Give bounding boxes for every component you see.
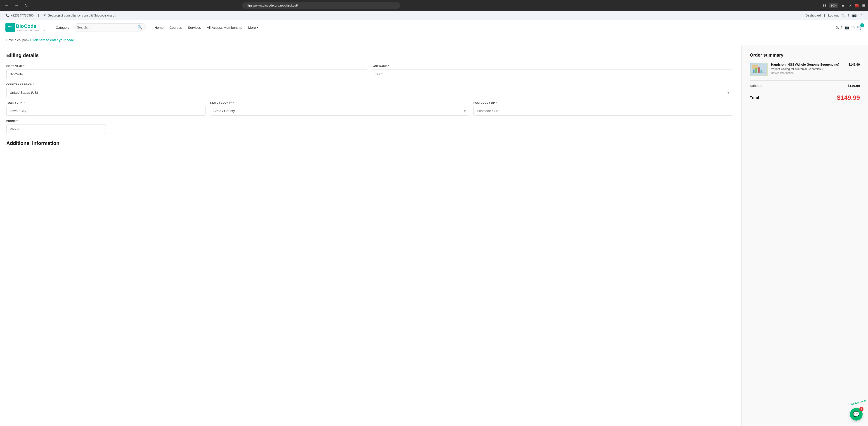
divider: |: [38, 13, 39, 17]
grid-icon: ⠿: [51, 25, 54, 29]
cart-icon-wrap[interactable]: 🛒 1: [857, 25, 863, 30]
state-select[interactable]: State / County Alabama California New Yo…: [210, 106, 469, 116]
subtotal-label: Subtotal: [750, 84, 762, 88]
billing-title: Billing details: [6, 53, 732, 58]
town-input[interactable]: [6, 106, 206, 116]
nav-membership[interactable]: All-Access Membership: [205, 24, 245, 31]
order-item-thumbnail: [750, 63, 768, 76]
last-name-group: LAST NAME *: [372, 65, 733, 79]
facebook-icon[interactable]: f: [848, 13, 849, 18]
bookmark-icon: ★: [841, 3, 844, 8]
first-name-input[interactable]: [6, 69, 367, 79]
phone-label: PHONE *: [6, 120, 106, 122]
email-link[interactable]: consult@biocode.org.uk: [82, 13, 116, 17]
chat-button[interactable]: 💬 1: [850, 408, 863, 421]
category-label: Category: [56, 26, 69, 29]
chevron-down-icon: ▾: [257, 25, 259, 29]
svg-rect-3: [8, 28, 12, 28]
svg-rect-1: [8, 26, 10, 27]
order-item-name: Hands-on: NGS (Whole Genome Sequencing): [771, 63, 845, 66]
nav-more[interactable]: More ▾: [246, 24, 261, 31]
category-button[interactable]: ⠿ Category: [51, 25, 69, 29]
more-label: More: [248, 26, 256, 29]
phone-number: +923147785980: [11, 13, 34, 17]
main-layout: Billing details FIRST NAME * LAST NAME *…: [0, 45, 868, 426]
cart-badge: 1: [860, 23, 864, 27]
svg-rect-9: [761, 70, 763, 73]
notes-icon: ☷: [823, 3, 826, 8]
phone-input[interactable]: [6, 124, 106, 134]
nav-links: Home Courses Services All-Access Members…: [152, 24, 261, 31]
total-value: $149.99: [837, 94, 860, 102]
email-label: Get project consultancy: [48, 13, 81, 17]
nav-home[interactable]: Home: [152, 24, 166, 31]
phone-icon: 📞: [5, 13, 9, 17]
order-total-row: Total $149.99: [750, 94, 860, 102]
search-icon[interactable]: 🔍: [137, 25, 143, 30]
order-total-divider: [750, 91, 860, 91]
back-button[interactable]: ←: [3, 2, 10, 9]
order-item-qty: x1: [822, 67, 825, 70]
svg-rect-6: [753, 69, 754, 73]
search-bar: 🔍: [73, 23, 146, 31]
logo-text: BioCode: [16, 23, 36, 29]
phone-group: PHONE *: [6, 120, 106, 134]
reload-button[interactable]: ↻: [23, 2, 30, 9]
twitter-icon[interactable]: 𝕏: [842, 13, 845, 18]
country-select-wrap: United States (US) United Kingdom (UK) P…: [6, 88, 732, 97]
email-icon: ✉: [43, 13, 46, 17]
svg-rect-2: [10, 27, 12, 27]
nav-linkedin-icon[interactable]: in: [851, 25, 855, 29]
top-bar: 📞 +923147785980 | ✉ Get project consulta…: [0, 11, 868, 20]
browser-right-icons: ☷ 80% ★ 🛡 🧰 ☰: [823, 3, 865, 8]
svg-rect-0: [7, 24, 13, 31]
billing-section: Billing details FIRST NAME * LAST NAME *…: [0, 45, 741, 426]
logo-icon: [5, 23, 15, 32]
forward-button[interactable]: →: [13, 2, 20, 9]
order-divider: [750, 80, 860, 81]
instagram-icon[interactable]: 📷: [852, 13, 857, 18]
nav-twitter-icon[interactable]: 𝕏: [836, 25, 839, 30]
nav-courses[interactable]: Courses: [167, 24, 184, 31]
order-item-subtitle-text: Variant Calling for Microbial Genomics: [771, 67, 821, 70]
extensions-icon: 🧰: [855, 3, 859, 8]
state-select-wrap: State / County Alabama California New Yo…: [210, 106, 469, 116]
navbar: BioCode LEARN BIOINFORMATICS ⠿ Category …: [0, 20, 868, 35]
country-select[interactable]: United States (US) United Kingdom (UK) P…: [6, 88, 732, 97]
shield-icon: 🛡: [848, 3, 851, 7]
total-label: Total: [750, 95, 759, 100]
order-item-image: [750, 63, 768, 76]
order-item-info: Details Information:: [771, 72, 845, 75]
coupon-link[interactable]: Click here to enter your code: [30, 38, 74, 42]
logo-subtitle: LEARN BIOINFORMATICS: [16, 29, 45, 31]
first-name-label: FIRST NAME *: [6, 65, 367, 67]
address-row: TOWN / CITY * STATE / COUNTY * State / C…: [6, 102, 732, 116]
zip-input[interactable]: [473, 106, 732, 116]
chat-badge: 1: [860, 407, 864, 411]
svg-rect-5: [752, 64, 758, 69]
order-title: Order summary: [750, 53, 860, 58]
dashboard-link[interactable]: Dashboard: [805, 13, 821, 17]
linkedin-icon[interactable]: in: [860, 13, 863, 18]
url-bar[interactable]: [242, 2, 400, 9]
additional-title: Additional information: [6, 140, 732, 146]
nav-services[interactable]: Services: [186, 24, 203, 31]
state-group: STATE / COUNTY * State / County Alabama …: [210, 102, 469, 116]
country-group: COUNTRY / REGION * United States (US) Un…: [6, 83, 732, 97]
state-label: STATE / COUNTY *: [210, 102, 469, 104]
zip-label: POSTCODE / ZIP *: [473, 102, 732, 104]
search-input[interactable]: [77, 26, 136, 29]
logo-area: BioCode LEARN BIOINFORMATICS: [5, 23, 45, 32]
phone-info: 📞 +923147785980: [5, 13, 34, 17]
order-subtotal-row: Subtotal $149.99: [750, 84, 860, 88]
menu-icon: ☰: [862, 3, 865, 8]
order-item-details: Hands-on: NGS (Whole Genome Sequencing) …: [771, 63, 845, 75]
nav-facebook-icon[interactable]: f: [841, 25, 842, 29]
zip-group: POSTCODE / ZIP *: [473, 102, 732, 116]
last-name-input[interactable]: [372, 69, 733, 79]
town-label: TOWN / CITY *: [6, 102, 206, 104]
browser-chrome: ← → ↻ ☷ 80% ★ 🛡 🧰 ☰: [0, 0, 868, 11]
coupon-text: Have a coupon?: [6, 38, 29, 42]
logout-link[interactable]: Log out: [828, 13, 839, 17]
nav-instagram-icon[interactable]: 📷: [845, 25, 849, 30]
